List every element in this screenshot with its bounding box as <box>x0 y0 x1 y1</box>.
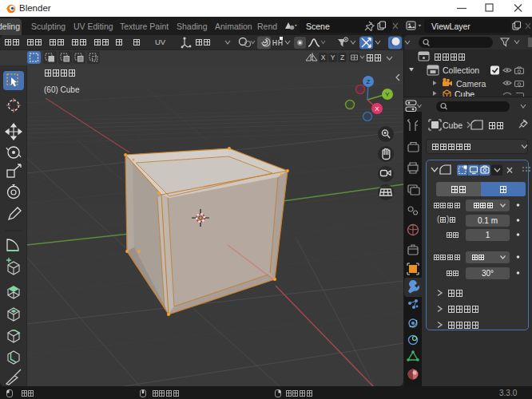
svg-text:(60) Cube: (60) Cube <box>44 85 80 94</box>
svg-text:Y: Y <box>385 91 390 98</box>
svg-text:Y: Y <box>331 53 335 61</box>
svg-text:X: X <box>321 53 326 61</box>
svg-text:Z: Z <box>340 53 344 61</box>
svg-text:Z: Z <box>367 78 371 85</box>
svg-text:X: X <box>375 105 379 113</box>
